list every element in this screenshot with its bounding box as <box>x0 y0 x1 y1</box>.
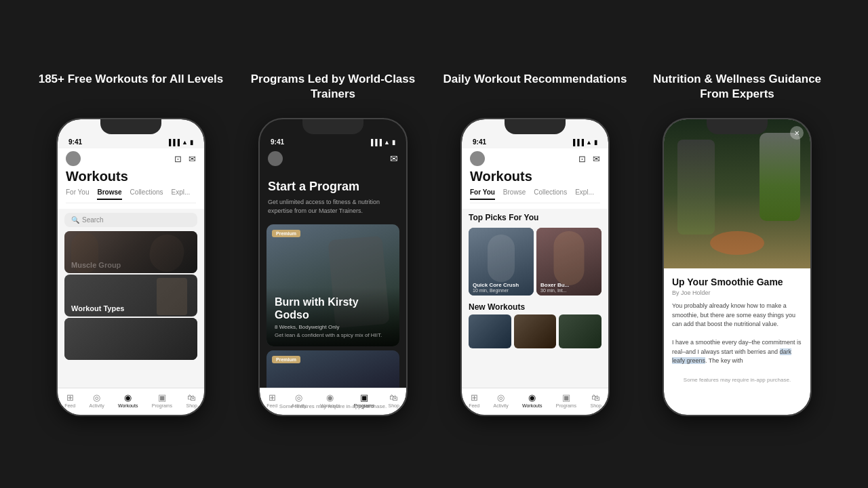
premium-badge2: Premium <box>272 356 300 363</box>
fruit-shape <box>710 231 764 255</box>
category-third[interactable] <box>64 318 197 360</box>
wifi-icon3: ▲ <box>586 139 592 146</box>
phone3-tab-browse[interactable]: Browse <box>503 188 526 200</box>
phone2-screen: 9:41 ▐▐▐ ▲ ▮ ✉ Start a Program Get unli <box>260 119 406 415</box>
nav-workouts-label: Workouts <box>118 403 138 408</box>
phone1-workouts-title: Workouts <box>66 169 196 184</box>
close-button[interactable]: ✕ <box>790 126 804 140</box>
new-workout-1[interactable] <box>469 314 511 348</box>
phone3-nav-feed[interactable]: ⊞ Feed <box>469 392 479 408</box>
workout-thumb-boxer[interactable]: Boxer Bu... 30 min, Int... <box>536 228 601 296</box>
phone3-tab-collections[interactable]: Collections <box>534 188 567 200</box>
thumb-core-meta: 10 min, Beginner <box>473 288 531 293</box>
program-card1[interactable]: Premium Burn with Kirsty Godso 8 Weeks, … <box>267 224 399 346</box>
phone1-status-bar: 9:41 ▐▐▐ ▲ ▮ <box>58 119 204 148</box>
tab-explore[interactable]: Expl... <box>172 188 191 200</box>
thumb-boxer-label: Boxer Bu... 30 min, Int... <box>540 282 599 293</box>
phone3-message-icon[interactable]: ✉ <box>593 154 600 164</box>
nav-feed-label: Feed <box>64 403 75 408</box>
phone1-header: ⊡ ✉ Workouts For You Browse Collections … <box>58 148 204 209</box>
phone2-workouts-icon: ◉ <box>326 392 335 402</box>
cat-third-bg <box>64 318 197 360</box>
tab-for-you[interactable]: For You <box>66 188 89 200</box>
phone3-bookmark-icon[interactable]: ⊡ <box>578 154 586 164</box>
section-daily: Daily Workout Recommendations 9:41 ▐▐▐ ▲… <box>440 72 630 416</box>
top-picks-label: Top Picks For You <box>462 209 608 225</box>
phone1-search-bar[interactable]: 🔍 Search <box>64 213 197 227</box>
article-text1: You probably already know how to make a … <box>672 302 795 327</box>
phone2-message-icon[interactable]: ✉ <box>390 153 398 164</box>
phone3-tabs-row: For You Browse Collections Expl... <box>470 188 600 203</box>
article-body: You probably already know how to make a … <box>672 302 802 366</box>
phone1-status-icons: ▐▐▐ ▲ ▮ <box>167 139 193 146</box>
nav-programs[interactable]: ▣ Programs <box>152 392 172 408</box>
phone3-avatar[interactable] <box>470 151 485 166</box>
nav-activity[interactable]: ◎ Activity <box>89 392 104 408</box>
section-free-workouts: 185+ Free Workouts for All Levels 9:41 ▐… <box>36 72 226 416</box>
phone3-shop-icon: 🛍 <box>591 392 601 402</box>
phone3-nav-workouts[interactable]: ◉ Workouts <box>522 392 542 408</box>
search-placeholder: Search <box>82 216 104 224</box>
section1-title: 185+ Free Workouts for All Levels <box>39 72 224 107</box>
blender-figure <box>760 133 800 221</box>
tab-collections[interactable]: Collections <box>130 188 163 200</box>
phone3-nav-programs[interactable]: ▣ Programs <box>556 392 576 408</box>
phone3-nav-shop[interactable]: 🛍 Shop <box>590 392 601 408</box>
decor-dumbbell <box>157 278 187 315</box>
person-figure <box>677 140 715 235</box>
workout-thumb-core[interactable]: Quick Core Crush 10 min, Beginner <box>469 228 534 296</box>
phone2-header: ✉ <box>260 148 406 180</box>
phone2-activity-icon: ◎ <box>294 392 304 402</box>
decor-shape2 <box>71 232 98 273</box>
phone2-status-icons: ▐▐▐ ▲ ▮ <box>369 139 395 146</box>
phone2-topbar: ✉ <box>268 151 398 166</box>
new-workout-2[interactable] <box>514 314 557 348</box>
category-muscle-group[interactable]: Muscle Group <box>64 231 197 273</box>
program-card1-content: Burn with Kirsty Godso 8 Weeks, Bodyweig… <box>267 287 399 346</box>
phone3-time: 9:41 <box>473 138 486 146</box>
program-meta: 8 Weeks, Bodyweight Only <box>275 324 391 330</box>
phone2-programs-icon: ▣ <box>359 392 369 402</box>
phone3-programs-icon: ▣ <box>561 392 571 402</box>
wifi-icon2: ▲ <box>384 139 390 146</box>
phone4-screen: ✕ Up Your Smoothie Game By Joe Holder Yo… <box>664 119 810 415</box>
phone3-bottom-nav: ⊞ Feed ◎ Activity ◉ Workouts ▣ Programs <box>462 388 608 415</box>
category-workout-types[interactable]: Workout Types <box>64 274 197 317</box>
cat-types-label: Workout Types <box>71 304 124 312</box>
workouts-icon: ◉ <box>123 392 133 402</box>
phone3-tab-for-you[interactable]: For You <box>470 188 495 200</box>
nav-programs-label: Programs <box>152 403 172 408</box>
phone2-shop-icon: 🛍 <box>389 392 399 402</box>
phone3-status-bar: 9:41 ▐▐▐ ▲ ▮ <box>462 119 608 148</box>
phone1-tabs-row: For You Browse Collections Expl... <box>66 188 196 203</box>
new-workouts-row <box>462 314 608 348</box>
thumb-core-label: Quick Core Crush 10 min, Beginner <box>473 282 531 293</box>
phone3-status-icons: ▐▐▐ ▲ ▮ <box>571 139 597 146</box>
premium-badge1: Premium <box>272 230 300 237</box>
programs-icon: ▣ <box>157 392 167 402</box>
phone4-disclaimer: Some features may require in-app purchas… <box>664 377 810 383</box>
nav-shop[interactable]: 🛍 Shop <box>186 392 197 408</box>
nav-workouts[interactable]: ◉ Workouts <box>118 392 138 408</box>
feed-icon: ⊞ <box>65 392 75 402</box>
article-author: By Joe Holder <box>672 289 802 296</box>
phone2-avatar[interactable] <box>268 151 283 166</box>
muscle-bg <box>64 231 197 273</box>
section-nutrition: Nutrition & Wellness Guidance From Exper… <box>642 72 832 416</box>
phone3-workouts-title: Workouts <box>470 169 600 184</box>
phone2-status-bar: 9:41 ▐▐▐ ▲ ▮ <box>260 119 406 148</box>
signal-icon2: ▐▐▐ <box>369 139 382 146</box>
phone3-nav-shop-label: Shop <box>590 403 601 408</box>
user-avatar[interactable] <box>66 151 81 166</box>
message-icon[interactable]: ✉ <box>189 154 196 164</box>
phone4-frame: ✕ Up Your Smoothie Game By Joe Holder Yo… <box>663 118 812 416</box>
article-title: Up Your Smoothie Game <box>672 277 802 287</box>
phone3-nav-activity[interactable]: ◎ Activity <box>493 392 508 408</box>
phone3-tab-explore[interactable]: Expl... <box>575 188 594 200</box>
tab-browse[interactable]: Browse <box>97 188 121 200</box>
new-workout-3[interactable] <box>559 314 601 348</box>
nav-feed[interactable]: ⊞ Feed <box>64 392 75 408</box>
phone1-topbar: ⊡ ✉ <box>66 151 196 166</box>
bookmark-icon[interactable]: ⊡ <box>174 154 182 164</box>
phone3-topbar: ⊡ ✉ <box>470 151 600 166</box>
